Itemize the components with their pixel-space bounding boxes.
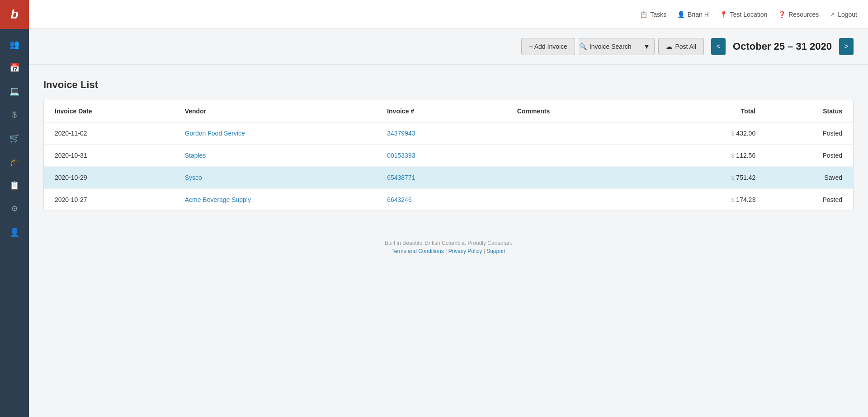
footer-links: Terms and Conditions | Privacy Policy | …: [54, 248, 843, 254]
cell-status-1: Posted: [766, 145, 853, 167]
location-nav-item[interactable]: 📍 Test Location: [720, 11, 768, 18]
cell-date-0: 2020-11-02: [44, 122, 174, 145]
invoice-search-main[interactable]: 🔍 Invoice Search: [579, 43, 636, 50]
sidebar-icon-monitor[interactable]: 💻: [5, 81, 24, 101]
logout-icon: ↗: [830, 11, 835, 18]
page-title: Invoice List: [43, 79, 854, 91]
invoice-table-body: 2020-11-02 Gordon Food Service 34379943 …: [44, 122, 853, 211]
col-header-date: Invoice Date: [44, 100, 174, 122]
date-navigation: < October 25 – 31 2020 >: [711, 38, 854, 55]
add-invoice-label: + Add Invoice: [529, 43, 567, 50]
content-area: + Add Invoice 🔍 Invoice Search ▼ ☁ Post …: [29, 29, 868, 417]
post-all-icon: ☁: [666, 43, 672, 50]
cell-total-2: $751.42: [651, 167, 766, 189]
footer: Built in Beautiful British Columbia. Pro…: [43, 229, 854, 265]
cell-date-3: 2020-10-27: [44, 189, 174, 211]
sidebar-icon-user[interactable]: 👤: [5, 222, 24, 242]
cell-vendor-1[interactable]: Staples: [174, 145, 377, 167]
col-header-vendor: Vendor: [174, 100, 377, 122]
post-all-label: Post All: [675, 43, 696, 50]
vendor-link-2[interactable]: Sysco: [185, 174, 202, 181]
user-label: Brian H: [688, 11, 709, 18]
cell-invoice-2: 65438771: [376, 167, 506, 189]
tasks-label: Tasks: [650, 11, 666, 18]
vendor-link-3[interactable]: Acme Beverage Supply: [185, 196, 251, 203]
logo[interactable]: b: [0, 0, 29, 29]
date-next-button[interactable]: >: [839, 38, 854, 55]
cell-status-0: Posted: [766, 122, 853, 145]
cell-vendor-2[interactable]: Sysco: [174, 167, 377, 189]
cell-comments-3: [506, 189, 651, 211]
invoice-search-dropdown[interactable]: ▼: [639, 38, 655, 55]
cell-vendor-3[interactable]: Acme Beverage Supply: [174, 189, 377, 211]
resources-nav-item[interactable]: ❓ Resources: [778, 11, 819, 18]
search-icon: 🔍: [579, 43, 587, 50]
cell-vendor-0[interactable]: Gordon Food Service: [174, 122, 377, 145]
date-range-label: October 25 – 31 2020: [729, 41, 835, 52]
sidebar-icon-graduation[interactable]: 🎓: [5, 152, 24, 172]
sidebar: b 👥 📅 💻 $ 🛒 🎓 📋 ⚙ 👤: [0, 0, 29, 417]
cell-date-2: 2020-10-29: [44, 167, 174, 189]
footer-tagline: Built in Beautiful British Columbia. Pro…: [54, 240, 843, 246]
invoice-table: Invoice Date Vendor Invoice # Comments T…: [44, 100, 853, 211]
cell-comments-1: [506, 145, 651, 167]
vendor-link-0[interactable]: Gordon Food Service: [185, 130, 245, 137]
cell-date-1: 2020-10-31: [44, 145, 174, 167]
logo-text: b: [10, 7, 18, 22]
toolbar: + Add Invoice 🔍 Invoice Search ▼ ☁ Post …: [29, 29, 868, 65]
cell-total-1: $112.56: [651, 145, 766, 167]
sidebar-icon-people[interactable]: 👥: [5, 34, 24, 54]
table-row[interactable]: 2020-10-27 Acme Beverage Supply 6643246 …: [44, 189, 853, 211]
tasks-icon: 📋: [640, 11, 647, 18]
col-header-total: Total: [651, 100, 766, 122]
invoice-search-label: Invoice Search: [590, 43, 632, 50]
cell-invoice-3: 6643246: [376, 189, 506, 211]
table-row[interactable]: 2020-10-29 Sysco 65438771 $751.42 Saved: [44, 167, 853, 189]
logout-nav-item[interactable]: ↗ Logout: [830, 11, 857, 18]
resources-icon: ❓: [778, 11, 786, 18]
cell-comments-2: [506, 167, 651, 189]
table-header-row: Invoice Date Vendor Invoice # Comments T…: [44, 100, 853, 122]
col-header-invoice: Invoice #: [376, 100, 506, 122]
location-label: Test Location: [730, 11, 768, 18]
sidebar-icon-dollar[interactable]: $: [5, 105, 24, 125]
col-header-comments: Comments: [506, 100, 651, 122]
date-prev-button[interactable]: <: [711, 38, 726, 55]
sidebar-icon-document[interactable]: 📋: [5, 175, 24, 195]
user-nav-item[interactable]: 👤 Brian H: [677, 11, 709, 18]
main-content: 📋 Tasks 👤 Brian H 📍 Test Location ❓ Reso…: [29, 0, 868, 417]
cell-total-0: $432.00: [651, 122, 766, 145]
cell-status-2: Saved: [766, 167, 853, 189]
col-header-status: Status: [766, 100, 853, 122]
logout-label: Logout: [838, 11, 857, 18]
invoice-search-button[interactable]: 🔍 Invoice Search ▼: [579, 38, 655, 55]
location-icon: 📍: [720, 11, 727, 18]
resources-label: Resources: [788, 11, 819, 18]
cell-invoice-1: 00153393: [376, 145, 506, 167]
cell-total-3: $174.23: [651, 189, 766, 211]
sidebar-icon-settings[interactable]: ⚙: [5, 199, 24, 219]
invoice-table-container: Invoice Date Vendor Invoice # Comments T…: [43, 100, 854, 211]
tasks-nav-item[interactable]: 📋 Tasks: [640, 11, 666, 18]
cell-comments-0: [506, 122, 651, 145]
page-body: Invoice List Invoice Date Vendor Invoice…: [29, 65, 868, 417]
sidebar-icon-cart[interactable]: 🛒: [5, 128, 24, 148]
sidebar-icon-calendar[interactable]: 📅: [5, 58, 24, 78]
table-row[interactable]: 2020-10-31 Staples 00153393 $112.56 Post…: [44, 145, 853, 167]
cell-status-3: Posted: [766, 189, 853, 211]
support-link[interactable]: Support: [486, 248, 505, 254]
table-row[interactable]: 2020-11-02 Gordon Food Service 34379943 …: [44, 122, 853, 145]
vendor-link-1[interactable]: Staples: [185, 152, 206, 159]
user-nav-icon: 👤: [677, 11, 685, 18]
terms-link[interactable]: Terms and Conditions: [392, 248, 444, 254]
add-invoice-button[interactable]: + Add Invoice: [521, 38, 575, 55]
top-navigation: 📋 Tasks 👤 Brian H 📍 Test Location ❓ Reso…: [29, 0, 868, 29]
post-all-button[interactable]: ☁ Post All: [658, 38, 704, 55]
cell-invoice-0: 34379943: [376, 122, 506, 145]
privacy-link[interactable]: Privacy Policy: [448, 248, 482, 254]
